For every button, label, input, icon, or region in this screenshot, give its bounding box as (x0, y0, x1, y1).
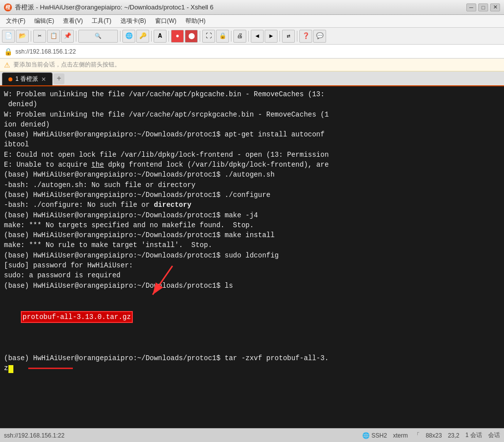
tb-dot2[interactable]: ⬤ (185, 30, 198, 43)
status-pos: 23,2 (448, 432, 459, 439)
terminal-line-7: E: Could not open lock file /var/lib/dpk… (4, 150, 500, 160)
tb-connect[interactable]: 🌐 (122, 30, 135, 43)
terminal-line-6: ibtool (4, 139, 500, 149)
window-controls: ─ □ ✕ (466, 3, 500, 11)
address-url: ssh://192.168.156.1:22 (15, 48, 76, 55)
menu-bar: 文件(F) 编辑(E) 查看(V) 工具(T) 选项卡(B) 窗口(W) 帮助(… (0, 15, 504, 28)
tab-bar: 1 香橙派 ✕ + (0, 71, 504, 86)
terminal-line-11: (base) HwHiAiUser@orangepiaipro:~/Downlo… (4, 190, 500, 200)
tb-arrow-left[interactable]: ◀ (251, 30, 264, 43)
tb-key[interactable]: 🔑 (136, 30, 149, 43)
tab-active-session[interactable]: 1 香橙派 ✕ (2, 72, 53, 85)
terminal-line-10: -bash: ./autogen.sh: No such file or dir… (4, 180, 500, 190)
info-bar: ⚠ 要添加当前会话，点击左侧的箭头按钮。 (0, 59, 504, 71)
window-title: 香橙派 - HwHiAiUser@orangepiaipro: ~/Downlo… (15, 3, 466, 12)
tb-open[interactable]: 📂 (16, 30, 29, 43)
tb-new[interactable]: 📄 (2, 30, 15, 43)
terminal-cursor (8, 365, 13, 373)
status-ssh-url: ssh://192.168.156.1:22 (4, 432, 64, 439)
menu-help[interactable]: 帮助(H) (181, 16, 210, 26)
tb-sep3 (120, 31, 120, 42)
tb-sep1 (31, 31, 31, 42)
highlighted-filename: protobuf-all-3.13.0.tar.gz (21, 311, 133, 323)
tb-arrow-right[interactable]: ▶ (265, 30, 278, 43)
terminal-line-8: E: Unable to acquire the dpkg frontend l… (4, 160, 500, 170)
status-chat: 会话 (488, 431, 500, 440)
terminal-line-13: (base) HwHiAiUser@orangepiaipro:~/Downlo… (4, 210, 500, 220)
tab-close-button[interactable]: ✕ (41, 76, 46, 83)
tb-cut[interactable]: ✂ (33, 30, 46, 43)
terminal-line-5: (base) HwHiAiUser@orangepiaipro:~/Downlo… (4, 129, 500, 139)
menu-tabs[interactable]: 选项卡(B) (116, 16, 150, 26)
title-bar: 橙 香橙派 - HwHiAiUser@orangepiaipro: ~/Down… (0, 0, 504, 15)
tb-sep9 (280, 31, 280, 42)
terminal-line-22: (base) HwHiAiUser@orangepiaipro:~/Downlo… (4, 353, 500, 363)
status-bar: ssh://192.168.156.1:22 🌐 SSH2 xterm 「 88… (0, 428, 504, 442)
status-terminal-size: 88x23 (426, 432, 442, 439)
tb-expand[interactable]: ⛶ (202, 30, 215, 43)
tb-search[interactable]: 🔍 (78, 30, 118, 43)
toolbar: 📄 📂 ✂ 📋 📌 🔍 🌐 🔑 A ● ⬤ ⛶ 🔒 🖨 ◀ ▶ ⇄ ❓ 💬 (0, 28, 504, 45)
info-icon: ⚠ (4, 61, 10, 69)
terminal-line-15: (base) HwHiAiUser@orangepiaipro:~/Downlo… (4, 230, 500, 240)
terminal-line-9: (base) HwHiAiUser@orangepiaipro:~/Downlo… (4, 170, 500, 180)
tb-print[interactable]: 🖨 (233, 30, 246, 43)
terminal-line-20: (base) HwHiAiUser@orangepiaipro:~/Downlo… (4, 281, 500, 291)
tb-help[interactable]: ❓ (299, 30, 312, 43)
terminal-line-3: W: Problem unlinking the file /var/cache… (4, 110, 500, 120)
status-right-group: 🌐 SSH2 xterm 「 88x23 23,2 1 会话 会话 (362, 431, 500, 440)
close-button[interactable]: ✕ (490, 3, 500, 11)
tab-label: 1 香橙派 (15, 75, 38, 83)
tb-transfer[interactable]: ⇄ (282, 30, 295, 43)
status-sessions: 1 会话 (465, 431, 482, 440)
menu-view[interactable]: 查看(V) (59, 16, 87, 26)
terminal-line-4: ion denied) (4, 120, 500, 129)
status-separator: 「 (414, 431, 420, 440)
status-icon-net: 🌐 (362, 432, 370, 439)
tb-font[interactable]: A (154, 30, 167, 43)
tb-sep7 (231, 31, 231, 42)
terminal-line-23: z (4, 363, 500, 373)
info-text: 要添加当前会话，点击左侧的箭头按钮。 (13, 61, 120, 69)
tb-sep10 (297, 31, 297, 42)
tab-add-button[interactable]: + (54, 73, 64, 84)
tb-info[interactable]: 💬 (313, 30, 326, 43)
terminal-line-2: denied) (4, 99, 500, 109)
address-icon: 🔒 (4, 48, 12, 56)
terminal-window[interactable]: W: Problem unlinking the file /var/cache… (0, 86, 504, 428)
terminal-line-1: W: Problem unlinking the file /var/cache… (4, 89, 500, 99)
tab-dot (8, 77, 12, 81)
tb-sep4 (151, 31, 152, 42)
terminal-line-16: make: *** No rule to make target 'instal… (4, 240, 500, 250)
status-term-type: xterm (393, 432, 408, 439)
tb-sep5 (168, 31, 169, 42)
menu-edit[interactable]: 编辑(E) (30, 16, 58, 26)
tb-sep8 (248, 31, 249, 42)
tb-sep6 (200, 31, 200, 42)
terminal-line-21: protobuf-all-3.13.0.tar.gz (4, 291, 500, 353)
red-underline-indicator (28, 368, 73, 369)
terminal-line-18: [sudo] password for HwHiAiUser: (4, 260, 500, 270)
minimize-button[interactable]: ─ (466, 3, 476, 11)
tb-copy[interactable]: 📋 (47, 30, 60, 43)
tb-sep2 (76, 31, 76, 42)
tb-red[interactable]: ● (171, 30, 184, 43)
terminal-line-12: -bash: ./configure: No such file or dire… (4, 200, 500, 210)
tb-lock[interactable]: 🔒 (216, 30, 229, 43)
tb-paste[interactable]: 📌 (61, 30, 74, 43)
menu-tools[interactable]: 工具(T) (88, 16, 115, 26)
terminal-line-19: sudo: a password is required (4, 270, 500, 280)
terminal-line-17: (base) HwHiAiUser@orangepiaipro:~/Downlo… (4, 251, 500, 260)
menu-window[interactable]: 窗口(W) (151, 16, 180, 26)
maximize-button[interactable]: □ (478, 3, 488, 11)
app-icon: 橙 (4, 3, 12, 11)
terminal-line-14: make: *** No targets specified and no ma… (4, 220, 500, 230)
address-bar: 🔒 ssh://192.168.156.1:22 (0, 45, 504, 59)
menu-file[interactable]: 文件(F) (2, 16, 29, 26)
status-conn-type: 🌐 SSH2 (362, 432, 387, 439)
